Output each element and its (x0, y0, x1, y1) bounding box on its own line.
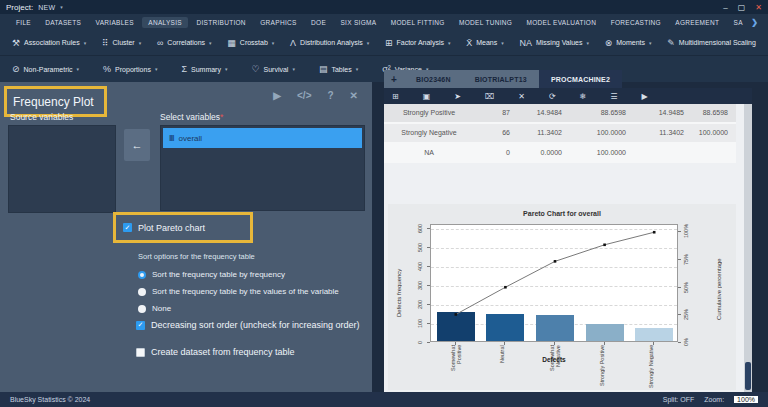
move-left-button[interactable]: ← (124, 129, 150, 161)
row-label: NA (384, 148, 474, 158)
source-variables-list[interactable] (8, 125, 116, 213)
row-value: 88.6598 (684, 109, 728, 116)
ribbon-item-association-rules[interactable]: ⚒Association Rules▾ (12, 38, 86, 48)
y-tick-label: 600 (417, 217, 423, 239)
export-icon[interactable]: ➤ (454, 92, 461, 101)
ribbon-item-label: Cluster (113, 39, 135, 46)
menu-item-graphics[interactable]: GRAPHICS (254, 17, 302, 28)
menu-item-datasets[interactable]: DATASETS (39, 17, 87, 28)
ribbon-item-missing-values[interactable]: NAMissing Values▾ (519, 38, 589, 48)
create-dataset-checkbox[interactable] (136, 348, 145, 357)
ribbon-item-factor-analysis[interactable]: ⊞Factor Analysis▾ (385, 38, 451, 48)
ribbon-item-means[interactable]: X̄Means▾ (466, 38, 504, 48)
code-icon[interactable]: </> (297, 90, 311, 101)
tab-procmachine2[interactable]: PROCMACHINE2 (539, 70, 622, 88)
menu-item-model-tuning[interactable]: MODEL TUNING (453, 17, 518, 28)
frequency-table: Strongly Positive8714.948488.659814.9485… (384, 104, 736, 163)
create-dataset-row: Create dataset from frequency table (136, 347, 295, 357)
menu-item-agreement[interactable]: AGREEMENT (669, 17, 725, 28)
axis-tick (427, 247, 430, 248)
sort-options-label: Sort options for the frequency table (138, 252, 255, 261)
close-icon[interactable]: ✕ (350, 90, 358, 101)
ribbon-item-summary[interactable]: ΣSummary▾ (181, 64, 227, 74)
menu-item-distribution[interactable]: DISTRIBUTION (190, 17, 251, 28)
save-icon[interactable]: ▣ (423, 92, 431, 101)
split-status[interactable]: Split: OFF (663, 396, 695, 403)
dialog-actions: ▶</>?✕ (273, 90, 358, 101)
tab-biotrialpt13[interactable]: BIOTRIALPT13 (463, 70, 539, 88)
ribbon-item-survival[interactable]: ♡Survival▾ (251, 64, 295, 74)
menu-item-model-evaluation[interactable]: MODEL EVALUATION (521, 17, 603, 28)
select-variables-list[interactable]: IIIoverall (160, 125, 365, 211)
scrollbar-thumb[interactable] (745, 362, 751, 390)
ribbon-item-correlations[interactable]: ∞Correlations▾ (157, 38, 212, 48)
chevron-down-icon: ▾ (139, 40, 142, 46)
menu-item-forecasting[interactable]: FORECASTING (605, 17, 667, 28)
sort-radio-2[interactable] (138, 305, 146, 313)
ribbon-item-crosstab[interactable]: ▦Crosstab▾ (227, 38, 274, 48)
x-category-label: Strongly Positive (599, 345, 605, 389)
menu-overflow-icon[interactable]: ❯ (751, 18, 758, 27)
ribbon-item-label: Missing Values (536, 39, 583, 46)
sort-radio-0[interactable] (138, 271, 146, 279)
ribbon-item-non-parametric[interactable]: ⊘Non-Parametric▾ (12, 64, 79, 74)
list-icon[interactable]: ☰ (610, 92, 617, 101)
moments-icon: ⊗ (605, 38, 613, 48)
menu-item-doe[interactable]: DOE (305, 17, 332, 28)
add-tab-button[interactable]: + (384, 70, 404, 88)
ribbon-item-label: Correlations (167, 39, 205, 46)
refresh-icon[interactable]: ⟳ (549, 92, 556, 101)
ribbon-item-proportions[interactable]: %Proportions▾ (103, 64, 157, 74)
help-icon[interactable]: ? (328, 90, 334, 101)
output-scrollbar[interactable] (744, 104, 752, 392)
minimize-button[interactable]: – (723, 3, 727, 12)
expand-icon[interactable]: ⊞ (392, 92, 399, 101)
run-output-icon[interactable]: ▶ (641, 92, 647, 101)
project-label: Project: (6, 3, 33, 12)
sort-radio-row: None (138, 304, 171, 313)
tab-bio2346n[interactable]: BIO2346N (404, 70, 463, 88)
plot-area (430, 224, 678, 342)
menu-item-variables[interactable]: VARIABLES (90, 17, 140, 28)
sort-radio-1[interactable] (138, 288, 146, 296)
zoom-value[interactable]: 100% (734, 396, 758, 403)
ribbon-item-label: Means (476, 39, 497, 46)
row-value: 11.3402 (626, 129, 684, 136)
dialog-title: Frequency Plot (13, 95, 94, 109)
menu-item-analysis[interactable]: ANALYSIS (142, 17, 188, 28)
project-selector[interactable]: NEW (38, 4, 55, 11)
y2-tick-label: 25% (683, 303, 689, 325)
menu-item-six-sigma[interactable]: SIX SIGMA (334, 17, 382, 28)
decreasing-sort-checkbox[interactable]: ✓ (136, 321, 145, 330)
pareto-checkbox[interactable]: ✓ (123, 223, 132, 232)
axis-tick (427, 342, 430, 343)
chevron-down-icon: ▾ (209, 40, 212, 46)
selected-variable[interactable]: IIIoverall (163, 128, 362, 148)
table-icon: ▤ (319, 64, 328, 74)
close-output-icon[interactable]: ✕ (518, 92, 525, 101)
pareto-checkbox-highlight: ✓ Plot Pareto chart (113, 212, 253, 243)
ribbon-item-moments[interactable]: ⊗Moments▾ (605, 38, 652, 48)
maximize-button[interactable]: ▢ (738, 3, 746, 12)
y-tick-label: 300 (417, 274, 423, 296)
axis-tick (678, 287, 681, 288)
trash-icon[interactable]: ⌧ (485, 92, 494, 101)
y-tick-label: 100 (417, 312, 423, 334)
ribbon-item-cluster[interactable]: ⠿Cluster▾ (102, 38, 141, 48)
snowflake-icon[interactable]: ❄ (580, 92, 587, 101)
menu-item-sa[interactable]: SA (728, 17, 749, 28)
ribbon-item-distribution-analysis[interactable]: ΛDistribution Analysis▾ (290, 38, 369, 48)
select-variables-label: Select variables* (160, 112, 223, 122)
run-icon[interactable]: ▶ (273, 90, 281, 101)
menu-item-file[interactable]: FILE (10, 17, 37, 28)
ribbon-item-label: Proportions (115, 66, 151, 73)
ribbon-item-label: Factor Analysis (397, 39, 444, 46)
ribbon-item-tables[interactable]: ▤Tables▾ (319, 64, 358, 74)
pareto-chart: Pareto Chart for overall Defects frequen… (388, 204, 736, 390)
ribbon-item-label: Tables (331, 66, 351, 73)
ribbon-item-multidimensional-scaling[interactable]: ✎Multidimensional Scaling (667, 38, 756, 48)
chevron-down-icon: ▾ (77, 66, 80, 72)
close-window-button[interactable]: ✕ (755, 3, 762, 12)
required-marker: * (220, 112, 223, 122)
menu-item-model-fitting[interactable]: MODEL FITTING (385, 17, 451, 28)
